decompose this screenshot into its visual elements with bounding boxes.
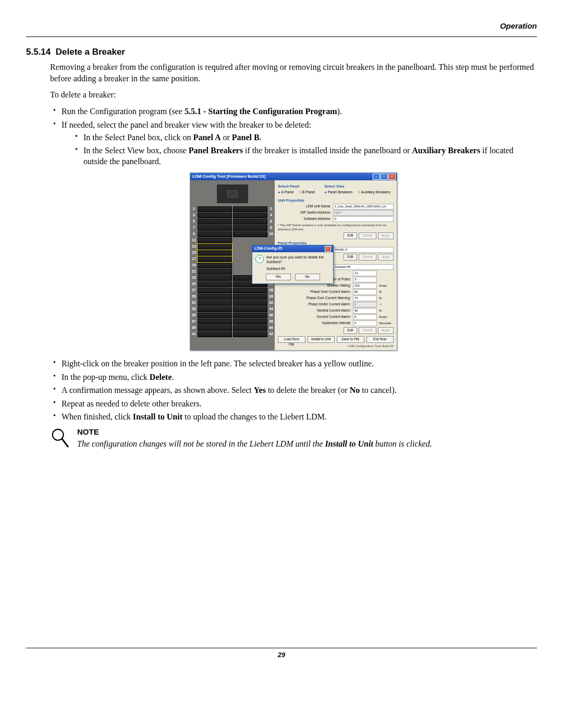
breaker-slot[interactable] (198, 244, 232, 250)
breaker-slot[interactable] (233, 331, 267, 337)
breaker-slot[interactable] (198, 300, 232, 306)
install-to-unit-button[interactable]: Install to Unit (308, 336, 335, 343)
breaker-cancel-button[interactable]: Cancel (359, 327, 376, 334)
breaker-row-number: 23 (191, 275, 197, 281)
breaker-slot[interactable] (233, 206, 267, 212)
breaker-slot[interactable] (198, 313, 232, 318)
breaker-row-number: 5 (191, 219, 197, 225)
breaker-rating-field[interactable]: 225 (353, 283, 377, 289)
load-from-file-button[interactable]: Load from File (278, 336, 305, 343)
breaker-slot[interactable] (233, 231, 267, 237)
breaker-slot[interactable] (198, 238, 232, 243)
software-address-field[interactable]: 0 (333, 216, 394, 222)
breaker-slot[interactable] (198, 231, 232, 237)
substep-select-panel: In the Select Panel box, click on Panel … (72, 132, 537, 143)
breaker-slot[interactable] (198, 250, 232, 256)
breaker-slot[interactable] (233, 294, 267, 300)
section-title: Delete a Breaker (56, 47, 125, 57)
panel-apply-button[interactable]: Apply (378, 254, 394, 261)
ldm-unit-name-field[interactable]: 1_Lbe_StoE_300kVA_135F225A_1A (333, 204, 394, 209)
magnifier-icon (50, 427, 70, 450)
phase-under-alarm-field: 0 (353, 302, 377, 307)
breaker-row-number: 15 (191, 250, 197, 256)
breaker-row-number: 36 (268, 313, 274, 319)
breaker-slot[interactable] (233, 288, 267, 293)
page-number: 29 (26, 650, 537, 660)
window-titlebar[interactable]: LDM Config Tool [Firmware Build:23] – □ … (190, 173, 397, 180)
breaker-row-number: 34 (268, 306, 274, 313)
panel-preview (217, 184, 248, 203)
breaker-row-number: 7 (191, 225, 197, 231)
breaker-row-number: 8 (268, 225, 274, 231)
close-icon[interactable]: × (388, 174, 396, 180)
phase-over-alarm-field[interactable]: 80 (353, 289, 377, 295)
hysteresis-field[interactable]: 5 (353, 320, 377, 326)
breaker-slot[interactable] (233, 219, 267, 225)
radio-aux-breakers[interactable]: Auxiliary Breakers (358, 190, 390, 194)
dialog-no-button[interactable]: No (295, 274, 320, 280)
breaker-edit-button[interactable]: Edit (344, 327, 357, 334)
section-heading: 5.5.14 Delete a Breaker (26, 46, 537, 58)
radio-a-panel[interactable]: A Panel (278, 190, 293, 194)
unit-cancel-button[interactable]: Cancel (359, 232, 376, 239)
breaker-row-number: 38 (268, 319, 274, 325)
panel-cancel-button[interactable]: Cancel (359, 254, 376, 261)
radio-panel-breakers[interactable]: Panel Breakers (324, 190, 352, 194)
subfeed-name-field[interactable]: Subfeed #5 (333, 264, 394, 270)
save-to-file-button[interactable]: Save to File (337, 336, 364, 343)
panel-edit-button[interactable]: Edit (344, 254, 357, 261)
breaker-slot[interactable] (198, 325, 232, 331)
breaker-slot[interactable] (233, 306, 267, 312)
position-field[interactable]: 13 (353, 270, 377, 276)
breaker-slot[interactable] (198, 281, 232, 287)
breaker-slot[interactable] (198, 219, 232, 225)
breaker-slot[interactable] (233, 313, 267, 318)
step-click-delete: In the pop-up menu, click Delete. (50, 372, 537, 383)
steps-after-figure: Right-click on the breaker position in t… (50, 358, 537, 423)
phase-over-warn-field[interactable]: 70 (353, 295, 377, 301)
dialog-yes-button[interactable]: Yes (266, 274, 291, 280)
breaker-slot[interactable] (198, 275, 232, 281)
breaker-slot[interactable] (198, 331, 232, 337)
breaker-slot[interactable] (198, 288, 232, 293)
unit-properties-label: Unit Properties (278, 198, 394, 203)
breaker-slot[interactable] (233, 213, 267, 218)
step-install: When finished, click Install to Unit to … (50, 411, 537, 423)
dialog-close-icon[interactable]: × (325, 246, 331, 252)
breaker-row-number: 17 (191, 256, 197, 263)
unit-apply-button[interactable]: Apply (378, 232, 394, 239)
step-right-click: Right-click on the breaker position in t… (50, 358, 537, 369)
confirm-delete-dialog: LDM-Config-25 × ? Are you sure you want … (252, 245, 334, 284)
breaker-row-number (268, 238, 274, 244)
breaker-slot[interactable] (198, 213, 232, 218)
breaker-slot[interactable] (233, 319, 267, 325)
minimize-icon[interactable]: – (373, 174, 380, 180)
breaker-slot[interactable] (198, 319, 232, 325)
select-view-label: Select View (324, 184, 390, 189)
note-block: NOTE The configuration changes will not … (50, 427, 537, 450)
step-repeat: Repeat as needed to delete other breaker… (50, 398, 537, 410)
radio-b-panel[interactable]: B Panel (299, 190, 315, 194)
exit-now-button[interactable]: Exit Now (366, 336, 394, 343)
breaker-slot[interactable] (198, 206, 232, 212)
breaker-slot[interactable] (198, 263, 232, 268)
ground-alarm-field[interactable]: 8 (353, 314, 377, 320)
breaker-slot[interactable] (233, 325, 267, 331)
breaker-slot[interactable] (233, 225, 267, 231)
neutral-alarm-field[interactable]: 95 (353, 308, 377, 314)
breaker-row-number: 29 (191, 294, 197, 300)
breaker-slot[interactable] (198, 225, 232, 231)
panel-name-field[interactable]: PANEL A (333, 247, 394, 253)
maximize-icon[interactable]: □ (381, 174, 388, 180)
breaker-slot[interactable] (198, 306, 232, 312)
question-icon: ? (255, 255, 264, 263)
breaker-apply-button[interactable]: Apply (378, 327, 394, 334)
num-poles-field[interactable]: 3 (353, 277, 377, 282)
breaker-slot[interactable] (233, 300, 267, 306)
breaker-slot[interactable] (198, 294, 232, 300)
breaker-slot[interactable] (198, 256, 232, 262)
unit-edit-button[interactable]: Edit (344, 232, 357, 239)
breaker-slot[interactable] (198, 269, 232, 275)
breaker-row-number: 32 (268, 300, 274, 306)
dialog-titlebar[interactable]: LDM-Config-25 × (252, 245, 333, 252)
